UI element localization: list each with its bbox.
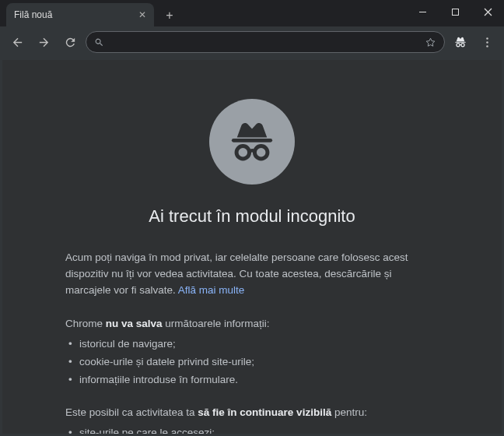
intro-paragraph: Acum poți naviga în mod privat, iar cele… — [65, 250, 439, 299]
list-item: istoricul de navigare; — [79, 336, 439, 353]
incognito-indicator[interactable] — [450, 31, 471, 53]
tab-strip: Filă nouă ✕ + — [0, 0, 504, 26]
back-button[interactable] — [6, 31, 28, 53]
svg-point-11 — [236, 146, 250, 160]
new-tab-button[interactable]: + — [159, 5, 180, 26]
incognito-icon — [453, 35, 467, 49]
address-input[interactable] — [110, 37, 418, 48]
reload-button[interactable] — [59, 31, 81, 53]
window-controls — [406, 0, 504, 23]
incognito-page: Ai trecut în modul incognito Acum poți n… — [50, 60, 454, 434]
svg-point-5 — [457, 44, 460, 47]
svg-point-7 — [486, 37, 488, 40]
svg-point-6 — [461, 44, 464, 47]
content-area: Ai trecut în modul incognito Acum poți n… — [0, 58, 504, 436]
omnibox[interactable] — [86, 31, 445, 53]
tab-active[interactable]: Filă nouă ✕ — [6, 3, 154, 26]
list-item: site-urile pe care le accesezi; — [79, 424, 439, 434]
arrow-right-icon — [37, 36, 51, 49]
kebab-icon — [481, 36, 494, 49]
svg-point-12 — [254, 146, 268, 160]
incognito-badge — [209, 99, 295, 185]
svg-point-9 — [486, 45, 488, 47]
maximize-icon — [451, 8, 460, 16]
close-tab-icon[interactable]: ✕ — [138, 9, 146, 20]
svg-rect-10 — [232, 139, 272, 142]
wont-save-list: istoricul de navigare; cookie-urile și d… — [65, 336, 439, 389]
tab-title: Filă nouă — [14, 9, 52, 20]
svg-rect-1 — [452, 9, 458, 15]
may-see-list: site-urile pe care le accesezi; angajato… — [65, 424, 439, 434]
content-scroll[interactable]: Ai trecut în modul incognito Acum poți n… — [2, 60, 502, 434]
svg-rect-4 — [455, 42, 466, 43]
page-heading: Ai trecut în modul incognito — [65, 206, 439, 227]
minimize-icon — [418, 8, 427, 16]
learn-more-link[interactable]: Află mai multe — [178, 284, 245, 296]
search-icon — [94, 37, 104, 47]
list-item: informațiile introduse în formulare. — [79, 371, 439, 389]
wont-save-heading: Chrome nu va salva următoarele informați… — [65, 318, 439, 329]
svg-point-8 — [486, 41, 488, 44]
reload-icon — [64, 36, 77, 49]
maximize-button[interactable] — [439, 0, 471, 23]
list-item: cookie-urile și datele privind site-uril… — [79, 353, 439, 371]
arrow-left-icon — [11, 36, 24, 49]
minimize-button[interactable] — [406, 0, 439, 23]
forward-button[interactable] — [33, 31, 54, 53]
close-window-button[interactable] — [471, 0, 504, 23]
close-icon — [484, 8, 492, 16]
may-see-heading: Este posibil ca activitatea ta să fie în… — [65, 406, 439, 418]
menu-button[interactable] — [476, 31, 498, 53]
plus-icon: + — [166, 9, 173, 23]
toolbar — [0, 26, 504, 58]
bookmark-star-icon[interactable] — [425, 37, 436, 48]
incognito-large-icon — [226, 116, 278, 167]
